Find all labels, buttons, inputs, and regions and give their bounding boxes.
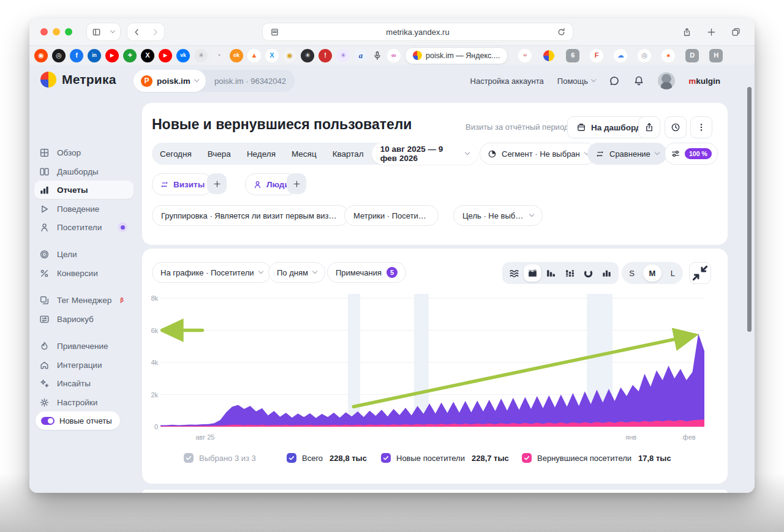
period-tab-2[interactable]: Вчера — [200, 149, 239, 159]
counter-pill[interactable]: P poisk.im — [134, 70, 206, 92]
history-button[interactable] — [665, 116, 687, 138]
chart-type-donut[interactable] — [579, 264, 597, 282]
bookmark-coin-icon[interactable]: ◉ — [283, 49, 296, 62]
bookmark-lilac-paw-icon[interactable]: ✳ — [336, 49, 350, 62]
avatar[interactable] — [658, 72, 675, 89]
bookmark-metrika-favicon-icon[interactable] — [542, 49, 556, 62]
bookmark-code-icon[interactable]: ‹› — [518, 49, 532, 62]
graph-metric-pill[interactable]: На графике · Посетители — [152, 262, 271, 283]
tab-overview-icon[interactable] — [726, 23, 745, 40]
legend-item[interactable]: Всего228,8 тыс — [287, 453, 367, 463]
chart-type-lines[interactable] — [505, 264, 522, 282]
username[interactable]: mkulgin — [688, 77, 720, 86]
metrika-logo[interactable]: Метрика — [40, 72, 116, 88]
chart-size-s[interactable]: S — [623, 264, 641, 282]
bookmark-google-cloud-icon[interactable]: ☁ — [614, 49, 627, 62]
sidebar-item-9[interactable]: Вариокуб — [34, 310, 134, 328]
export-button[interactable] — [638, 116, 660, 138]
legend-item[interactable]: Выбрано 3 из 3 — [184, 453, 256, 463]
sidebar-item-3[interactable]: Отчеты — [34, 181, 134, 199]
bookmark-fediverse-icon[interactable]: ✳ — [194, 49, 208, 62]
legend-item[interactable]: Новые посетители228,7 тыс — [381, 453, 509, 463]
grouping-pill-1[interactable]: Группировка · Является ли визит первым в… — [152, 205, 349, 226]
segment-pill[interactable]: Сегмент · Не выбран — [480, 143, 597, 165]
visitors-area-chart[interactable] — [160, 294, 704, 432]
reload-icon[interactable] — [556, 26, 567, 37]
visits-chip[interactable]: Визиты — [152, 173, 213, 195]
close-window-button[interactable] — [40, 28, 48, 36]
new-reports-toggle[interactable]: Новые отчеты — [36, 411, 120, 430]
sidebar-item-8[interactable]: Тег Менеджерβ — [34, 291, 134, 309]
sidebar-item-4[interactable]: Поведение — [34, 200, 134, 218]
bookmark-loop-icon[interactable]: ∞ — [387, 49, 401, 62]
zoom-window-button[interactable] — [65, 28, 72, 36]
chart-size-l[interactable]: L — [663, 264, 682, 282]
period-tab-4[interactable]: Месяц — [284, 149, 325, 159]
bookmark-youtube-icon[interactable]: ▶ — [105, 49, 119, 62]
notes-pill[interactable]: Примечания 5 — [327, 262, 406, 283]
bookmark-badge-h-icon[interactable]: H — [709, 49, 723, 62]
sidebar-item-1[interactable]: Обзор — [34, 143, 134, 162]
chart-size-m[interactable]: M — [643, 264, 662, 282]
grouping-pill-3[interactable]: Цель · Не выбрана — [453, 205, 543, 226]
granularity-pill[interactable]: По дням — [268, 262, 325, 283]
bookmark-figma-icon[interactable]: F — [590, 49, 603, 62]
bookmark-vk-icon[interactable]: vk — [176, 49, 190, 62]
active-tab-pill[interactable]: poisk.im — Яндекс.... — [405, 47, 508, 64]
chart-type-stacked[interactable] — [561, 264, 578, 282]
bookmark-target-gray-icon[interactable]: ◎ — [638, 49, 651, 62]
collapse-chart-button[interactable] — [689, 262, 711, 284]
bookmark-green-plus-icon[interactable]: ✚ — [123, 49, 137, 62]
legend-checkbox[interactable] — [522, 453, 532, 463]
new-tab-icon[interactable] — [702, 23, 720, 40]
scrollbar[interactable] — [747, 87, 752, 332]
bookmark-reddit-icon[interactable]: ◉ — [34, 49, 48, 62]
bookmark-linkedin-icon[interactable]: in — [88, 49, 101, 62]
chart-type-area[interactable] — [524, 264, 541, 282]
sampling-control[interactable]: 100 % — [665, 143, 718, 165]
sidebar-chevron-icon[interactable] — [105, 23, 120, 40]
bookmark-firefox-icon[interactable]: ● — [662, 49, 675, 62]
bookmark-odnoklassniki-icon[interactable]: ok — [230, 49, 243, 62]
chart-type-columns[interactable] — [598, 264, 616, 282]
bell-icon[interactable] — [633, 75, 644, 86]
bookmark-compass-icon[interactable]: ◔ — [212, 49, 225, 62]
sidebar-item-12[interactable]: Инсайты — [34, 374, 134, 392]
add-visits-metric-button[interactable] — [207, 173, 227, 194]
bookmark-microphone-icon[interactable] — [372, 50, 383, 61]
back-button[interactable] — [127, 23, 146, 40]
compare-pill[interactable]: Сравнение — [587, 143, 667, 165]
grouping-pill-2[interactable]: Метрики · Посетители — [344, 205, 439, 226]
sidebar-item-2[interactable]: Дашборды — [34, 162, 134, 181]
sidebar-item-5[interactable]: Посетители — [34, 218, 134, 236]
bookmark-red-badge-icon[interactable]: ! — [318, 49, 332, 62]
sidebar-item-10[interactable]: Привлечение — [34, 337, 134, 355]
chart-type-bars[interactable] — [543, 264, 560, 282]
sidebar-item-13[interactable]: Настройки — [34, 393, 134, 411]
bookmark-badge-d-icon[interactable]: D — [685, 49, 699, 62]
sidebar-item-6[interactable]: Цели — [34, 245, 134, 263]
sidebar-item-7[interactable]: Конверсии — [34, 264, 134, 282]
bookmark-gear-dark-icon[interactable]: ✳ — [301, 49, 314, 62]
bookmark-instagram-icon[interactable]: ◎ — [52, 49, 66, 62]
more-menu-button[interactable] — [690, 116, 712, 138]
browser-sidebar-icon[interactable] — [87, 23, 105, 40]
legend-checkbox[interactable] — [287, 453, 296, 463]
period-tab-1[interactable]: Сегодня — [152, 149, 200, 159]
add-people-metric-button[interactable] — [287, 173, 306, 194]
chat-icon[interactable] — [609, 75, 620, 86]
bookmark-x-blue-icon[interactable]: X — [265, 49, 279, 62]
period-tab-3[interactable]: Неделя — [239, 149, 284, 159]
legend-checkbox[interactable] — [184, 453, 194, 463]
bookmark-badge-6-icon[interactable]: 6 — [566, 49, 579, 62]
minimize-window-button[interactable] — [53, 28, 60, 36]
bookmark-youtube-2-icon[interactable]: ▶ — [159, 49, 172, 62]
period-tab-5[interactable]: Квартал — [325, 149, 372, 159]
bookmark-gitlab-icon[interactable]: ▲ — [247, 49, 261, 62]
legend-item[interactable]: Вернувшиеся посетители17,8 тыс — [522, 453, 671, 463]
legend-checkbox[interactable] — [381, 453, 391, 463]
date-range-pill[interactable]: 10 авг 2025 — 9 фев 2026 — [372, 143, 478, 165]
address-bar[interactable]: metrika.yandex.ru — [263, 23, 573, 40]
bookmark-facebook-icon[interactable]: f — [70, 49, 83, 62]
forward-button[interactable] — [146, 23, 164, 40]
